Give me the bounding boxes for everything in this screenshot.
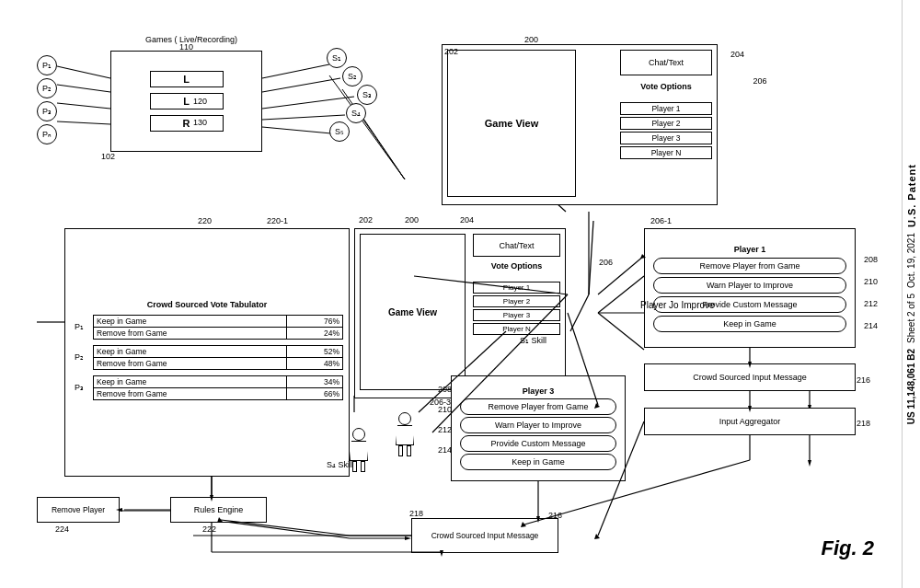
rules-engine-box: Rules Engine <box>170 497 267 523</box>
ref-120: 120 <box>193 97 207 106</box>
ref-214-right: 214 <box>864 321 878 330</box>
remove-player-btn: Remove Player from Game <box>653 258 846 274</box>
s4-circle-top: S₄ <box>346 103 366 123</box>
person-bottom-mid <box>350 428 368 472</box>
ref-212-right: 212 <box>864 299 878 308</box>
p2-keep-pct: 52% <box>287 345 343 357</box>
ref-204-mid: 204 <box>460 215 474 225</box>
s1-skill-label: S₁ Skill <box>520 336 546 345</box>
svg-line-1 <box>57 85 110 92</box>
svg-line-20 <box>598 276 644 313</box>
ref-206-1: 206-1 <box>650 216 672 225</box>
sheet-label: Sheet 2 of 5 <box>906 294 916 343</box>
diagram: Games ( Live/Recording) 110 L L R 120 13… <box>9 9 892 579</box>
side-label: U.S. Patent Oct. 19, 2021 Sheet 2 of 5 U… <box>902 0 920 588</box>
svg-marker-26 <box>808 460 811 467</box>
ref-224: 224 <box>55 525 69 534</box>
keep-game3-btn: Keep in Game <box>460 454 616 470</box>
p1-circle: P₁ <box>37 55 57 75</box>
svg-line-3 <box>57 121 110 124</box>
chat-text-mid: Chat/Text <box>473 234 560 257</box>
p3-table: Keep in Game34% Remove from Game66% <box>93 375 343 400</box>
custom-msg3-btn: Provide Custom Message <box>460 435 616 452</box>
ref-208: 208 <box>438 385 452 394</box>
s3-circle-top: S₃ <box>357 85 377 105</box>
ref-110: 110 <box>179 42 193 52</box>
patent-number: US 11,148,061 B2 <box>906 349 916 424</box>
warn-player-btn: Warn Player to Improve <box>653 277 846 294</box>
ref-214: 214 <box>438 445 452 455</box>
ref-218-right: 218 <box>857 419 870 428</box>
p2-label: P₂ <box>71 352 87 362</box>
ref-206-top: 206 <box>714 76 806 86</box>
crowd-tabulator-box: Crowd Sourced Vote Tabulator P₁ Keep in … <box>64 228 350 477</box>
chat-text-top: Chat/Text <box>620 50 712 75</box>
remove-player-label: Remove Player <box>52 505 105 514</box>
r-entry: R <box>150 115 224 132</box>
top-game-container: 202 Chat/Text 204 Game View Vote Options… <box>442 44 718 205</box>
ref-220: 220 <box>198 216 212 225</box>
crowd-input-msg-mid: Crowd Sourced Input Message <box>411 518 558 553</box>
player-jo-improve: Player Jo Improve <box>640 300 715 310</box>
vote-options-mid-title: Vote Options <box>473 261 560 271</box>
game-view-top: Game View <box>447 50 576 197</box>
player1-top: Player 1 <box>620 102 712 115</box>
p1-remove-label: Remove from Game <box>94 327 287 339</box>
ref-204-top: 204 <box>730 50 744 59</box>
ref-102: 102 <box>101 152 115 161</box>
s5-circle-top: S₅ <box>329 121 350 142</box>
playerN-mid: Player N <box>473 323 560 335</box>
player3-box: Player 3 Remove Player from Game Warn Pl… <box>451 375 626 481</box>
player3-top: Player 3 <box>620 132 712 144</box>
keep-game-btn: Keep in Game <box>653 316 846 332</box>
l-entry-1: L <box>150 71 224 87</box>
p2-circle: P₂ <box>37 78 57 98</box>
fig-label: Fig. 2 <box>822 536 874 560</box>
p1-label: P₁ <box>71 322 87 331</box>
s1-circle-top: S₁ <box>327 48 347 68</box>
games-box: 110 L L R <box>110 51 262 152</box>
p2-remove-pct: 48% <box>287 357 343 369</box>
player1-action-box: Player 1 208 210 212 214 Remove Player f… <box>644 228 856 348</box>
main-content: Games ( Live/Recording) 110 L L R 120 13… <box>0 0 902 588</box>
svg-line-22 <box>598 313 644 350</box>
player2-top: Player 2 <box>620 117 712 130</box>
l-entry-2: L <box>150 93 224 110</box>
crowd-input-msg-right: Crowd Sourced Input Message <box>644 363 856 391</box>
svg-marker-62 <box>594 534 600 539</box>
player3-box-title: Player 3 <box>523 386 555 396</box>
ref-222: 222 <box>202 525 216 534</box>
p1-row: P₁ Keep in Game76% Remove from Game24% <box>71 315 343 340</box>
mid-game-container: Chat/Text Game View Vote Options 206 Pla… <box>354 228 566 398</box>
rules-engine-label: Rules Engine <box>194 505 244 514</box>
pn-circle: Pₙ <box>37 124 57 144</box>
svg-line-5 <box>262 78 340 92</box>
p1-table: Keep in Game76% Remove from Game24% <box>93 315 343 340</box>
ref-130: 130 <box>193 118 207 127</box>
us-patent-label: U.S. Patent <box>906 164 917 227</box>
p3-row: P₃ Keep in Game34% Remove from Game66% <box>71 375 343 400</box>
ref-202-mid: 202 <box>359 215 373 225</box>
p1-keep-pct: 76% <box>287 315 343 327</box>
svg-line-17 <box>212 520 350 538</box>
player1-box-title: Player 1 <box>734 245 766 254</box>
svg-line-6 <box>262 97 354 109</box>
input-aggregator-box: Input Aggregator <box>644 408 856 435</box>
p2-table: Keep in Game52% Remove from Game48% <box>93 345 343 370</box>
ref-220-1: 220-1 <box>267 216 288 225</box>
svg-line-7 <box>262 115 345 120</box>
ref-210-right: 210 <box>864 277 878 286</box>
ref-218-mid: 218 <box>409 509 423 518</box>
svg-line-8 <box>262 127 331 133</box>
vote-options-top-title: Vote Options <box>620 82 712 91</box>
playerN-top: Player N <box>620 146 712 159</box>
p3-remove-pct: 66% <box>287 387 343 399</box>
ref-200-top: 200 <box>524 35 538 44</box>
crowd-title: Crowd Sourced Vote Tabulator <box>71 300 343 309</box>
ref-212: 212 <box>438 425 452 434</box>
player3-mid: Player 3 <box>473 309 560 321</box>
remove-player-box: Remove Player <box>37 497 120 523</box>
p3-circle: P₃ <box>37 101 57 121</box>
p1-remove-pct: 24% <box>287 327 343 339</box>
game-view-mid: Game View <box>360 234 466 390</box>
